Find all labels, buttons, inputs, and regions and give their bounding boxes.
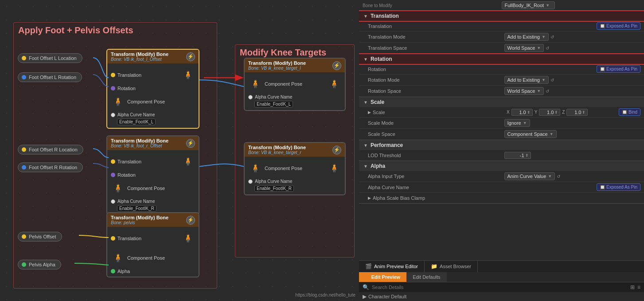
node-title-5: Transform (Modify) Bone xyxy=(248,145,306,150)
char-default-label: Character Default xyxy=(368,294,406,299)
translation-space-dropdown[interactable]: World Space ▼ xyxy=(504,44,544,52)
node-transform-pelvis[interactable]: Transform (Modify) Bone Bone: pelvis ⚡ T… xyxy=(106,212,199,277)
rotation-space-row: Rotation Space World Space ▼ ↺ xyxy=(359,86,644,97)
pin-blue-1 xyxy=(22,75,26,79)
rotation-mode-row: Rotation Mode Add to Existing ▼ ↺ xyxy=(359,75,644,86)
alpha-scale-bias-row: ▶ Alpha Scale Bias Clamp xyxy=(359,193,644,203)
char-triangle[interactable]: ▶ xyxy=(363,293,367,300)
layout-icon[interactable]: ⊞ xyxy=(630,284,635,290)
lightning-icon-2: ⚡ xyxy=(186,139,195,148)
node-pin-trans-3: Translation 🧍 xyxy=(107,229,199,248)
lod-threshold-input[interactable]: -1 ⬆ xyxy=(504,152,531,159)
translation-exposed-pin[interactable]: 🔲 Exposed As Pin xyxy=(597,22,640,30)
node-header-1: Transform (Modify) Bone Bone: VB ik_foot… xyxy=(107,50,199,63)
scale-y-input[interactable]: 1.0 ⬆ xyxy=(539,109,560,116)
scale-mode-dropdown[interactable]: Ignore ▼ xyxy=(504,119,530,127)
pin-dot-p2 xyxy=(111,173,115,177)
pin-dot-white xyxy=(111,113,115,117)
rotation-space-reset[interactable]: ↺ xyxy=(546,89,549,94)
alpha-input-type-reset[interactable]: ↺ xyxy=(557,174,560,179)
triangle-right-alpha[interactable]: ▶ xyxy=(368,196,371,200)
exposed-pin-label: Exposed As Pin xyxy=(606,24,637,28)
pin-blue-2 xyxy=(22,165,26,170)
node-transform-knee-l[interactable]: Transform (Modify) Bone Bone: VB ik_knee… xyxy=(244,58,346,111)
io-foot-offset-l-location[interactable]: Foot Offset L Location xyxy=(18,53,82,63)
tab-asset-browser[interactable]: 📁 Asset Browser xyxy=(425,261,478,272)
node-subtitle-2: Bone: VB ik_foot_r_Offset xyxy=(111,143,168,148)
node-title-1: Transform (Modify) Bone xyxy=(111,51,168,57)
io-foot-offset-l-rotation[interactable]: Foot Offset L Rotation xyxy=(18,72,82,82)
scale-space-row: Scale Space Component Space ▼ xyxy=(359,129,644,140)
node-pin-alpha-2: Alpha Curve Name xyxy=(107,198,199,205)
search-icon: 🔍 xyxy=(363,284,369,290)
person-icon-5: 🧍 xyxy=(181,230,195,247)
translation-mode-dropdown[interactable]: Add to Existing ▼ xyxy=(504,33,549,41)
node-pin-rot-2: Rotation xyxy=(107,171,199,178)
scale-space-dropdown[interactable]: Component Space ▼ xyxy=(504,130,557,138)
triangle-down-alpha: ▼ xyxy=(363,164,368,169)
scale-space-label: Scale Space xyxy=(368,131,504,137)
translation-mode-reset[interactable]: ↺ xyxy=(550,35,554,40)
triangle-down-translation: ▼ xyxy=(363,14,368,19)
node-transform-foot-r[interactable]: Transform (Modify) Bone Bone: VB ik_foot… xyxy=(106,135,199,215)
io-pelvis-alpha[interactable]: Pelvis Alpha xyxy=(18,260,61,269)
node-transform-knee-r[interactable]: Transform (Modify) Bone Bone: VB ik_knee… xyxy=(244,142,346,195)
node-header-4: Transform (Modify) Bone Bone: VB ik_knee… xyxy=(245,59,345,72)
scale-bind-btn[interactable]: 🔲 Bind xyxy=(619,108,640,116)
node-subtitle-4: Bone: VB ik_knee_target_l xyxy=(248,66,306,71)
node-alpha-chip-4: Enable_FootIK_L xyxy=(245,100,345,108)
rotation-section: ▼ Rotation Rotation 🔲 Exposed As Pin Rot… xyxy=(359,54,644,97)
alpha-curve-name-label: Alpha Curve Name xyxy=(368,185,482,190)
performance-section: ▼ Performance LOD Threshold -1 ⬆ xyxy=(359,140,644,161)
scale-header[interactable]: ▼ Scale xyxy=(359,97,644,107)
scale-x-input[interactable]: 1.0 ⬆ xyxy=(511,109,533,116)
alpha-title: Alpha xyxy=(371,163,385,169)
rotation-header[interactable]: ▼ Rotation xyxy=(359,54,644,64)
node-pin-comp-2: 🧍 Component Pose xyxy=(107,178,199,198)
pin-yellow-2 xyxy=(22,147,26,152)
person-icon-7: 🧍 xyxy=(248,75,262,93)
translation-space-reset[interactable]: ↺ xyxy=(546,46,549,51)
performance-header[interactable]: ▼ Performance xyxy=(359,140,644,150)
scale-z-input[interactable]: 1.0 ⬆ xyxy=(566,109,588,116)
rotation-mode-dropdown[interactable]: Add to Existing ▼ xyxy=(504,76,549,84)
node-title-2: Transform (Modify) Bone xyxy=(111,138,168,143)
rotation-mode-reset[interactable]: ↺ xyxy=(550,78,554,83)
scale-mode-row: Scale Mode Ignore ▼ xyxy=(359,118,644,129)
rotation-space-value: World Space xyxy=(507,88,535,94)
io-pelvis-offset[interactable]: Pelvis Offset xyxy=(18,232,62,242)
lightning-icon-4: ⚡ xyxy=(332,61,341,70)
io-foot-offset-r-rotation[interactable]: Foot Offset R Rotation xyxy=(18,162,83,172)
rotation-space-dropdown[interactable]: World Space ▼ xyxy=(504,87,544,95)
node-graph[interactable]: Apply Foot + Pelvis Offsets Modify Knee … xyxy=(0,0,359,301)
node-transform-foot-l[interactable]: Transform (Modify) Bone Bone: VB ik_foot… xyxy=(106,49,199,129)
pin-dot-g3 xyxy=(111,269,115,273)
scale-space-value: Component Space xyxy=(507,131,548,137)
rotation-exposed-pin[interactable]: 🔲 Exposed As Pin xyxy=(597,65,640,73)
pin-dot-w4 xyxy=(248,95,253,99)
edit-preview-tab[interactable]: ● Edit Preview xyxy=(359,272,406,282)
node-alpha-chip-2: Enable_FootIK_R xyxy=(107,205,199,213)
panel-bottom: 🎬 Anim Preview Editor 📁 Asset Browser ● … xyxy=(359,204,644,301)
alpha-curve-exposed-pin[interactable]: 🔲 Exposed As Pin xyxy=(597,183,640,191)
scale-mode-value: Ignore xyxy=(507,120,521,126)
lod-threshold-row: LOD Threshold -1 ⬆ xyxy=(359,150,644,161)
person-icon-8: 🧍 xyxy=(327,75,341,93)
io-foot-offset-r-location[interactable]: Foot Offset R Location xyxy=(18,145,83,154)
search-input[interactable] xyxy=(372,285,628,290)
edit-defaults-tab[interactable]: Edit Defaults xyxy=(406,272,446,282)
lightning-icon-1: ⚡ xyxy=(186,52,195,61)
rotation-row: Rotation 🔲 Exposed As Pin xyxy=(359,64,644,75)
node-pin-comp-4: 🧍 Component Pose 🧍 xyxy=(245,74,345,94)
tab-anim-preview[interactable]: 🎬 Anim Preview Editor xyxy=(359,261,425,272)
io-label: Foot Offset L Rotation xyxy=(29,75,76,80)
scale-label: Scale xyxy=(373,110,507,115)
pin-dot-purple xyxy=(111,86,115,91)
alpha-input-type-dropdown[interactable]: Anim Curve Value ▼ xyxy=(504,172,555,180)
alpha-header[interactable]: ▼ Alpha xyxy=(359,161,644,171)
bone-modify-dropdown[interactable]: FullBody_IK_Root ▼ xyxy=(502,1,555,9)
translation-header[interactable]: ▼ Translation xyxy=(359,11,644,21)
list-icon[interactable]: ≡ xyxy=(637,284,640,290)
scale-title: Scale xyxy=(371,99,384,105)
watermark: https://blog.csdn.net/hello_tute xyxy=(295,293,355,297)
